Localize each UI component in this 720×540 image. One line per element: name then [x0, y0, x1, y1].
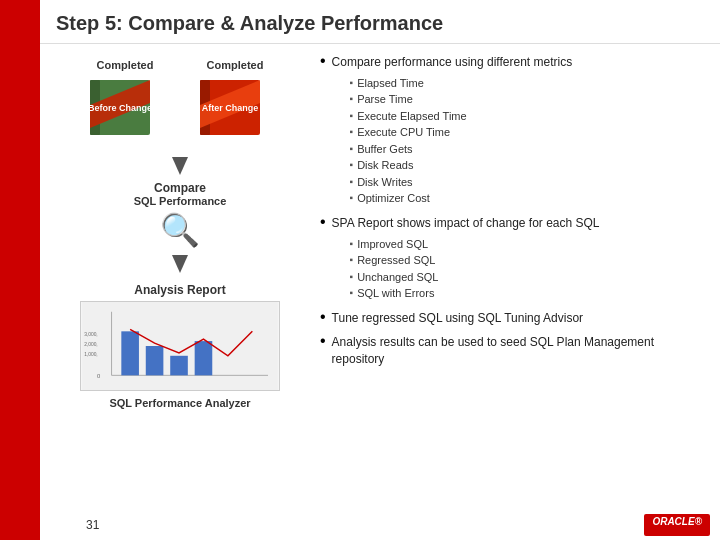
sub-bullet-disk-writes: Disk Writes — [350, 174, 573, 191]
book2-label: Completed — [207, 59, 264, 71]
sql-perf-label: SQL Performance Analyzer — [109, 397, 250, 409]
bullet-4-text: Analysis results can be used to seed SQL… — [332, 334, 710, 368]
sub-bullet-unchanged: Unchanged SQL — [350, 269, 600, 286]
sub-bullet-parse: Parse Time — [350, 91, 573, 108]
svg-marker-8 — [172, 157, 188, 175]
sub-bullet-buffer: Buffer Gets — [350, 141, 573, 158]
svg-text:1,000,: 1,000, — [84, 352, 98, 357]
compare-label: Compare — [154, 181, 206, 195]
chart-placeholder: 0 1,000, 2,000, 3,000, — [80, 301, 280, 391]
bullet-2: • SPA Report shows impact of change for … — [320, 215, 710, 302]
bullet-dot-2: • — [320, 213, 326, 302]
sub-bullet-optimizer: Optimizer Cost — [350, 190, 573, 207]
svg-rect-13 — [121, 331, 139, 375]
compare-sublabel: SQL Performance — [134, 195, 227, 207]
compare-section: Compare SQL Performance 🔍 — [134, 181, 227, 249]
sub-bullets-1: Elapsed Time Parse Time Execute Elapsed … — [350, 75, 573, 207]
svg-text:3,000,: 3,000, — [84, 332, 98, 337]
bullet-1-text: Compare performance using different metr… — [332, 55, 573, 69]
bullet-2-content: SPA Report shows impact of change for ea… — [332, 215, 600, 302]
bullet-3: • Tune regressed SQL using SQL Tuning Ad… — [320, 310, 710, 327]
oracle-brand-text: ORACLE — [652, 516, 694, 527]
oracle-trademark: ® — [695, 516, 702, 527]
right-panel: • Compare performance using different me… — [310, 54, 710, 534]
bullet-2-text: SPA Report shows impact of change for ea… — [332, 216, 600, 230]
sub-bullets-2: Improved SQL Regressed SQL Unchanged SQL… — [350, 236, 600, 302]
magnifier-icon: 🔍 — [160, 211, 200, 249]
sub-bullet-regressed: Regressed SQL — [350, 252, 600, 269]
bullet-dot-3: • — [320, 308, 326, 327]
book1-container: Completed Before Change — [85, 59, 165, 145]
sub-bullet-exec-elapsed: Execute Elapsed Time — [350, 108, 573, 125]
bullet-1: • Compare performance using different me… — [320, 54, 710, 207]
page-number: 31 — [86, 518, 99, 532]
svg-rect-16 — [195, 341, 213, 375]
svg-marker-9 — [172, 255, 188, 273]
arrow-down-1 — [170, 157, 190, 175]
bullet-4: • Analysis results can be used to seed S… — [320, 334, 710, 368]
left-panel: Completed Before Change C — [50, 54, 310, 534]
svg-text:Before Change: Before Change — [88, 103, 152, 113]
book2-container: Completed After Change — [195, 59, 275, 145]
analysis-section: Analysis Report — [80, 283, 280, 409]
sub-bullet-errors: SQL with Errors — [350, 285, 600, 302]
book1-label: Completed — [97, 59, 154, 71]
svg-rect-15 — [170, 356, 188, 376]
sub-bullet-exec-cpu: Execute CPU Time — [350, 124, 573, 141]
page-title: Step 5: Compare & Analyze Performance — [40, 0, 720, 44]
svg-text:2,000,: 2,000, — [84, 342, 98, 347]
content-area: Completed Before Change C — [40, 44, 720, 534]
sub-bullet-disk-reads: Disk Reads — [350, 157, 573, 174]
book2: After Change — [195, 75, 275, 145]
bullet-1-content: Compare performance using different metr… — [332, 54, 573, 207]
book1: Before Change — [85, 75, 165, 145]
arrow-down-2 — [170, 255, 190, 273]
sub-bullet-improved: Improved SQL — [350, 236, 600, 253]
sub-bullet-elapsed: Elapsed Time — [350, 75, 573, 92]
svg-rect-14 — [146, 346, 164, 375]
analysis-label: Analysis Report — [134, 283, 225, 297]
bullet-3-text: Tune regressed SQL using SQL Tuning Advi… — [332, 310, 583, 327]
svg-text:After Change: After Change — [202, 103, 259, 113]
bullet-dot-1: • — [320, 52, 326, 207]
books-row: Completed Before Change C — [50, 59, 310, 145]
page-container: Step 5: Compare & Analyze Performance Co… — [40, 0, 720, 540]
bullet-dot-4: • — [320, 332, 326, 368]
oracle-logo: ORACLE® — [644, 514, 710, 536]
red-sidebar-bar — [0, 0, 40, 540]
